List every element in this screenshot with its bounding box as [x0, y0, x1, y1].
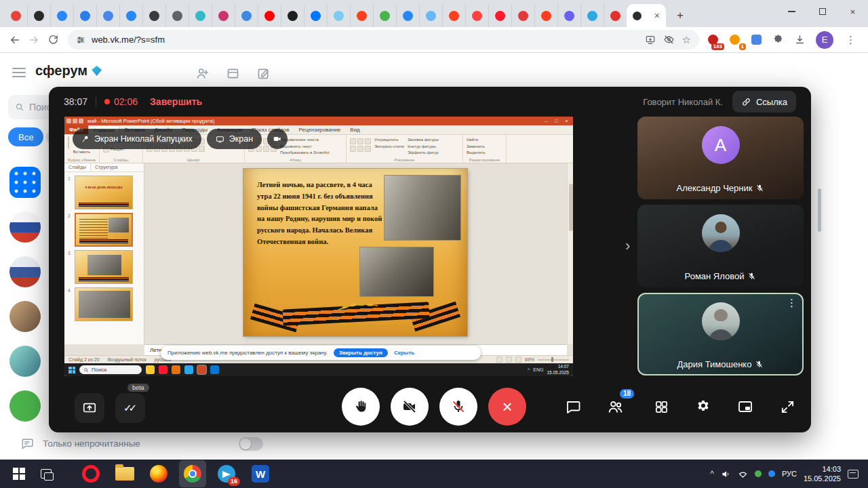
bookmark-star-icon[interactable]: ☆ — [682, 35, 691, 45]
unread-filter-toggle[interactable] — [239, 437, 263, 451]
browser-tab[interactable] — [604, 4, 627, 27]
slide-thumbnail-3[interactable] — [75, 250, 133, 284]
browser-tab[interactable] — [350, 4, 373, 27]
chat-avatar-messenger[interactable] — [9, 167, 41, 198]
tray-expand-icon[interactable]: ^ — [710, 469, 714, 479]
browser-tab[interactable] — [165, 4, 189, 27]
ppt-minimize-icon[interactable]: – — [542, 117, 551, 125]
start-button-icon[interactable] — [68, 367, 75, 373]
copy-link-button[interactable]: Ссылка — [732, 91, 796, 113]
chat-avatar[interactable] — [9, 211, 41, 243]
fullscreen-button[interactable] — [778, 398, 796, 415]
paste-button[interactable] — [68, 136, 69, 149]
browser-tab[interactable] — [212, 4, 235, 27]
window-close-button[interactable]: × — [837, 0, 868, 23]
ribbon-command[interactable]: Эффекты фигур — [408, 150, 439, 157]
browser-tab[interactable] — [281, 4, 304, 27]
taskbar-opera[interactable] — [77, 460, 104, 487]
attendance-button[interactable]: ✓✓ — [115, 393, 145, 423]
slide-photo-war-1[interactable] — [384, 176, 460, 240]
view-button[interactable] — [515, 357, 521, 363]
site-info-icon[interactable] — [76, 35, 85, 45]
slide-thumbnail-1[interactable]: 9 МАЯ ДЕНЬ ПОБЕДЫ — [75, 176, 133, 209]
taskbar-app-icon[interactable] — [159, 365, 167, 374]
shape-button[interactable] — [350, 146, 356, 152]
slide-body-text[interactable]: Летней ночью, на рассвете, в 4 часа утра… — [257, 180, 384, 248]
taskbar-app-icon[interactable] — [184, 365, 193, 374]
downloads-button[interactable] — [791, 32, 808, 48]
taskbar-app-icon[interactable] — [172, 365, 180, 374]
task-view-button[interactable] — [33, 460, 60, 487]
taskbar-app-icon[interactable] — [146, 365, 155, 374]
taskbar-chrome-active[interactable] — [179, 460, 206, 487]
chat-avatar[interactable] — [9, 301, 41, 332]
camera-toggle-button[interactable] — [391, 388, 429, 426]
shape-button[interactable] — [365, 146, 371, 152]
extension-icon[interactable]: 1 — [726, 32, 743, 48]
browser-tab[interactable] — [50, 4, 73, 27]
ppt-maximize-icon[interactable]: □ — [552, 117, 561, 125]
scrollbar-thumb[interactable] — [569, 184, 573, 231]
camera-view-tab[interactable] — [267, 129, 288, 149]
browser-tab[interactable] — [373, 4, 396, 27]
browser-menu-button[interactable]: ⋮ — [842, 34, 860, 46]
browser-tab[interactable] — [96, 4, 119, 27]
browser-tab[interactable] — [534, 4, 557, 27]
taskbar-explorer[interactable] — [111, 460, 138, 487]
pip-button[interactable] — [736, 398, 754, 415]
browser-tab[interactable] — [119, 4, 142, 27]
volume-icon[interactable] — [721, 469, 731, 479]
participant-tile[interactable]: Роман Яловой — [637, 205, 804, 287]
browser-tab[interactable] — [73, 4, 96, 27]
shape-button[interactable] — [365, 138, 371, 144]
view-button[interactable] — [496, 357, 502, 363]
shape-button[interactable] — [357, 138, 363, 144]
antivirus-tray-icon[interactable] — [755, 470, 762, 477]
page-scrollbar[interactable] — [818, 188, 821, 232]
new-tab-button[interactable]: + — [671, 7, 689, 24]
chat-button[interactable] — [564, 398, 582, 415]
browser-tab[interactable] — [580, 4, 604, 27]
eye-off-icon[interactable] — [663, 34, 675, 45]
stop-sharing-button[interactable]: Закрыть доступ — [334, 348, 388, 357]
ribbon-command[interactable]: Заливка фигуры — [408, 137, 439, 144]
notification-center-icon[interactable] — [848, 470, 859, 479]
tray-chevron-icon[interactable]: ^ — [528, 367, 530, 372]
screenshare-view[interactable]: май - Microsoft PowerPoint (Сбой активац… — [64, 117, 573, 376]
browser-tab[interactable] — [327, 4, 350, 27]
network-icon[interactable] — [738, 469, 748, 479]
browser-tab[interactable] — [142, 4, 165, 27]
browser-tab[interactable] — [442, 4, 465, 27]
window-maximize-button[interactable] — [807, 0, 837, 23]
ppt-vertical-scrollbar[interactable] — [567, 163, 573, 344]
ribbon-command[interactable]: Заменить — [467, 144, 502, 150]
shape-button[interactable] — [350, 138, 356, 144]
participant-tile-active-speaker[interactable]: ⋮ Дария Тимошенко — [637, 293, 804, 375]
forward-button[interactable] — [24, 30, 43, 49]
browser-tab[interactable] — [557, 4, 580, 27]
slide-thumbnail-4[interactable] — [75, 287, 133, 321]
slide-photo-war-2[interactable] — [360, 247, 433, 296]
ppt-ribbon-tab[interactable]: Рецензирование — [294, 125, 346, 134]
taskbar-app-icon[interactable] — [210, 365, 219, 374]
hide-banner-button[interactable]: Скрыть — [394, 350, 414, 356]
taskbar-firefox[interactable] — [145, 460, 172, 487]
extension-icon[interactable] — [748, 32, 764, 48]
end-recording-button[interactable]: Завершить — [150, 96, 202, 107]
ribbon-command[interactable]: Контур фигуры — [408, 144, 439, 150]
address-bar[interactable]: web.vk.me/?s=sfm ☆ — [68, 30, 699, 49]
participant-tile[interactable]: А Александр Черник — [637, 117, 804, 199]
browser-tab[interactable] — [27, 4, 50, 27]
browser-tab[interactable] — [465, 4, 488, 27]
filter-chip-all[interactable]: Все — [8, 127, 43, 146]
hamburger-menu-icon[interactable] — [12, 68, 26, 77]
extension-icon[interactable]: 143 — [705, 32, 721, 48]
install-icon[interactable] — [645, 35, 656, 45]
browser-tab[interactable] — [488, 4, 511, 27]
shape-button[interactable] — [357, 146, 363, 152]
extensions-puzzle-button[interactable] — [770, 32, 786, 48]
browser-tab[interactable] — [189, 4, 212, 27]
start-button[interactable] — [5, 460, 33, 487]
share-screen-button[interactable] — [75, 393, 104, 423]
profile-avatar[interactable]: E — [816, 31, 833, 49]
